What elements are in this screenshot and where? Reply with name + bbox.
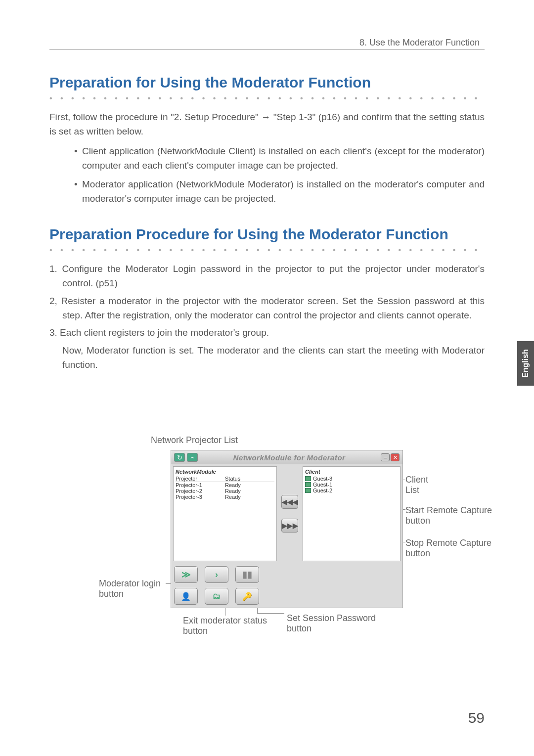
onetime-capture-button[interactable]: › <box>205 566 228 583</box>
toolbar: ≫ › ▮▮ 👤 🗂 🔑 <box>171 563 402 608</box>
label-exit-moderator: Exit moderator status button <box>183 616 282 636</box>
realtime-capture-button[interactable]: ≫ <box>174 566 198 583</box>
stop-capture-button[interactable]: ▮▮ <box>235 566 259 583</box>
dots-separator: • • • • • • • • • • • • • • • • • • • • … <box>49 246 485 255</box>
add-client-button[interactable]: ▶▶▶ <box>281 519 298 533</box>
titlebar-right: – ✕ <box>381 453 400 461</box>
moderator-login-button[interactable]: 👤 <box>174 588 198 605</box>
numbered-list: 1. Configure the Moderator Login passwor… <box>49 262 485 372</box>
heading-procedure: Preparation Procedure for Using the Mode… <box>49 226 485 243</box>
label-network-projector-list: Network Projector List <box>151 435 238 445</box>
dots-separator: • • • • • • • • • • • • • • • • • • • • … <box>49 94 485 103</box>
table-row[interactable]: Projector-2Ready <box>176 488 274 494</box>
minimize-button[interactable]: – <box>381 453 390 461</box>
bullet-item: Moderator application (NetworkModule Mod… <box>74 177 485 206</box>
figure-area: Network Projector List Client List Start… <box>99 430 435 648</box>
exit-moderator-button[interactable]: 🗂 <box>205 588 228 605</box>
header-rule <box>49 49 485 50</box>
projector-panel: NetworkModule Projector Status Projector… <box>173 466 277 561</box>
col-status: Status <box>225 476 240 482</box>
step-item: 1. Configure the Moderator Login passwor… <box>49 262 485 291</box>
wifi-icon: ⌢ <box>190 454 194 461</box>
client-icon <box>305 482 311 487</box>
panels: NetworkModule Projector Status Projector… <box>171 464 402 563</box>
step-item: 3. Each client registers to join the mod… <box>49 325 485 340</box>
label-set-session: Set Session Password button <box>287 613 396 634</box>
client-panel-head: Client <box>305 469 398 475</box>
bullet-list: Client application (NetworkModule Client… <box>74 144 485 206</box>
language-tab: English <box>517 341 534 386</box>
client-icon <box>305 488 311 493</box>
projector-panel-head: NetworkModule <box>176 469 274 475</box>
client-panel: Client Guest-3 Guest-1 Guest-2 <box>303 466 400 561</box>
refresh-button[interactable]: ↻ <box>174 453 185 462</box>
col-projector: Projector <box>176 476 225 482</box>
step-item: 2, Resister a moderator in the projector… <box>49 294 485 323</box>
table-row[interactable]: Projector-1Ready <box>176 482 274 488</box>
label-stop-remote: Stop Remote Capture button <box>405 538 494 559</box>
header-section: 8. Use the Moderator Function <box>359 38 480 48</box>
content-area: Preparation for Using the Moderator Func… <box>49 74 485 375</box>
document-page: 8. Use the Moderator Function English Pr… <box>0 0 534 756</box>
wifi-button[interactable]: ⌢ <box>187 453 198 462</box>
window-title: NetworkModule for Moderator <box>198 453 381 462</box>
close-button[interactable]: ✕ <box>391 453 400 461</box>
label-moderator-login: Moderator login button <box>99 578 173 599</box>
intro-paragraph: First, follow the procedure in "2. Setup… <box>49 110 485 139</box>
session-password-button[interactable]: 🔑 <box>235 588 259 605</box>
list-item[interactable]: Guest-2 <box>305 488 398 493</box>
step-item: Now, Moderator function is set. The mode… <box>49 343 485 372</box>
titlebar: ↻ ⌢ NetworkModule for Moderator – ✕ <box>171 450 402 464</box>
page-number: 59 <box>468 710 485 726</box>
list-item[interactable]: Guest-3 <box>305 476 398 482</box>
table-row[interactable]: Projector-3Ready <box>176 494 274 500</box>
client-icon <box>305 476 311 481</box>
app-window: ↻ ⌢ NetworkModule for Moderator – ✕ Netw… <box>171 450 403 608</box>
label-client-list: Client List <box>405 475 435 495</box>
refresh-icon: ↻ <box>177 454 182 461</box>
projector-columns: Projector Status <box>176 476 274 482</box>
list-item[interactable]: Guest-1 <box>305 482 398 488</box>
mid-buttons: ◀◀◀ ▶▶▶ <box>279 464 301 563</box>
bullet-item: Client application (NetworkModule Client… <box>74 144 485 173</box>
callout-line <box>257 613 284 614</box>
remove-client-button[interactable]: ◀◀◀ <box>281 495 298 509</box>
heading-preparation: Preparation for Using the Moderator Func… <box>49 74 485 91</box>
label-start-remote: Start Remote Capture button <box>405 505 494 526</box>
titlebar-left: ↻ ⌢ <box>174 453 198 462</box>
